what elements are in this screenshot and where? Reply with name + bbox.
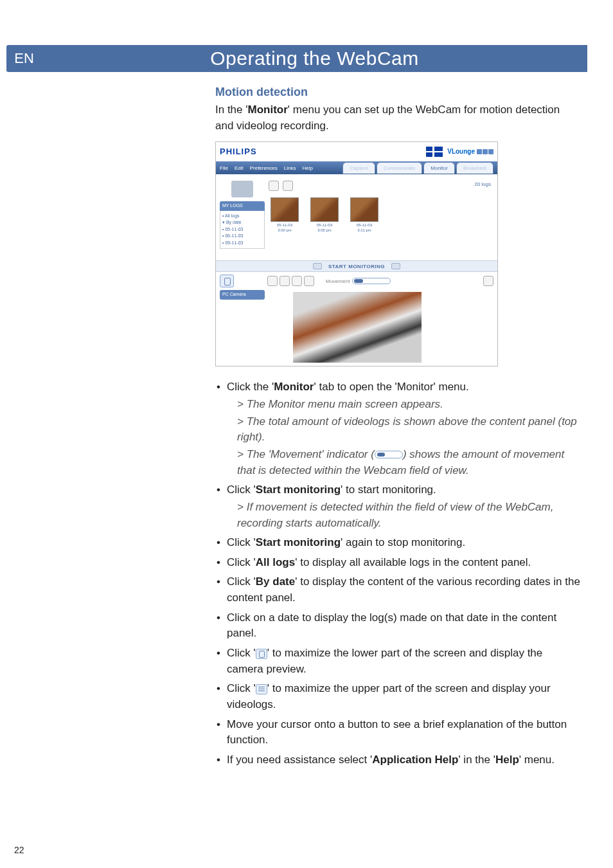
videologs-icon[interactable] (267, 276, 278, 286)
sub-item: > If movement is detected within the fie… (227, 500, 581, 531)
my-logs-header: MY LOGS (220, 201, 265, 210)
sub-item: > The Monitor menu main screen appears. (227, 397, 581, 413)
movement-indicator-icon (375, 451, 403, 458)
page-number: 22 (14, 845, 24, 855)
bold: Application Help (372, 754, 458, 766)
menu-edit[interactable]: Edit (235, 165, 244, 172)
intro-paragraph: In the 'Monitor' menu you can set up the… (215, 102, 581, 134)
thumbnail[interactable]: 05-11-033:00 pm (271, 197, 299, 232)
sub-item: > The 'Movement' indicator () shows the … (227, 447, 581, 478)
brand-logo: PHILIPS (220, 146, 257, 158)
delete-icon[interactable] (283, 181, 293, 191)
thumb-caption: 05-11-033:05 pm (310, 223, 339, 232)
app-name: VLounge (426, 147, 493, 157)
thumb-caption: 05-11-033:11 pm (350, 223, 378, 232)
tree-date-2[interactable]: • 06-11-03 (222, 233, 262, 240)
thumb-image (350, 197, 378, 222)
app-tabs: Capture Communicate Monitor Broadcast (342, 162, 493, 174)
top-toolbar (269, 181, 293, 191)
text: The Monitor menu main screen appears. (247, 398, 443, 410)
text: ' again to stop monitoring. (341, 536, 465, 548)
camera-preview (293, 292, 422, 363)
bold: By date (256, 575, 295, 588)
page-title: Operating the WebCam (42, 45, 587, 72)
lower-toolbar: Movement (220, 275, 493, 287)
bold: Monitor (248, 104, 288, 116)
bold: Monitor (274, 381, 314, 393)
collapse-down-icon[interactable] (391, 263, 400, 269)
text: Click ' (227, 484, 256, 496)
text: Click ' (227, 556, 256, 568)
bold: Start monitoring (256, 536, 341, 548)
tree-all-logs[interactable]: • All logs (222, 213, 262, 220)
menu-links[interactable]: Links (284, 165, 296, 172)
text: Click ' (227, 575, 256, 588)
window-buttons (477, 149, 493, 154)
tab-broadcast[interactable]: Broadcast (456, 162, 493, 174)
tree-date-1[interactable]: • 05-11-03 (222, 226, 262, 233)
text: ' to start monitoring. (341, 484, 436, 496)
settings-icon[interactable] (304, 276, 314, 286)
flag-icon (426, 147, 443, 157)
list-item: Click 'Start monitoring' to start monito… (215, 482, 581, 531)
text: ' menu. (519, 754, 555, 766)
text: If movement is detected within the field… (237, 501, 553, 529)
text: Click ' (227, 682, 256, 694)
list-item: Click '' to maximize the lower part of t… (215, 646, 581, 677)
log-count: 20 logs (474, 181, 491, 188)
eject-icon[interactable] (483, 276, 493, 286)
tab-capture[interactable]: Capture (342, 162, 375, 174)
tree-by-date[interactable]: ▾ By date (222, 219, 262, 226)
menu-file[interactable]: File (220, 165, 228, 172)
tab-communicate[interactable]: Communicate (377, 162, 422, 174)
thumbnail-row: 05-11-033:00 pm 05-11-033:05 pm 05-11-03… (271, 197, 378, 232)
sidebar: MY LOGS • All logs ▾ By date • 05-11-03 … (220, 178, 265, 249)
camera-preview-icon (256, 649, 267, 659)
movement-bar (352, 278, 391, 284)
text: Click the ' (227, 381, 274, 393)
thumbnail[interactable]: 05-11-033:11 pm (350, 197, 378, 232)
list-item: Click 'Start monitoring' again to stop m… (215, 535, 581, 551)
tab-monitor[interactable]: Monitor (423, 162, 455, 174)
list-item: If you need assistance select 'Applicati… (215, 752, 581, 768)
collapse-up-icon[interactable] (313, 263, 322, 269)
bold: Start monitoring (256, 484, 341, 496)
language-badge: EN (6, 45, 42, 72)
movement-indicator: Movement (326, 278, 391, 285)
tree-date-3[interactable]: • 09-11-03 (222, 240, 262, 247)
thumbnail[interactable]: 05-11-033:05 pm (310, 197, 339, 232)
zoom-icon[interactable] (280, 276, 290, 286)
menu-help[interactable]: Help (303, 165, 313, 172)
mid-bar: START MONITORING (216, 260, 497, 272)
text: ' to maximize the lower part of the scre… (227, 647, 542, 675)
text: Click ' (227, 536, 256, 548)
monitor-icon (231, 181, 253, 197)
thumb-image (271, 197, 299, 222)
text: Click ' (227, 647, 256, 659)
list-item: Move your cursor onto a button to see a … (215, 717, 581, 748)
list-item: Click the 'Monitor' tab to open the 'Mon… (215, 379, 581, 478)
rotate-icon[interactable] (269, 181, 279, 191)
menu-preferences[interactable]: Preferences (250, 165, 278, 172)
videologs-icon (256, 684, 267, 694)
bold: All logs (256, 556, 295, 568)
list-item: Click '' to maximize the upper part of t… (215, 681, 581, 712)
camera-preview-icon[interactable] (220, 275, 234, 287)
bold: Help (495, 754, 519, 766)
text: The 'Movement' indicator ( (247, 448, 375, 460)
fullscreen-icon[interactable] (292, 276, 302, 286)
sub-item: > The total amount of videologs is shown… (227, 414, 581, 446)
start-monitoring-button[interactable]: START MONITORING (328, 263, 385, 271)
content-column: Motion detection In the 'Monitor' menu y… (215, 84, 581, 772)
text: If you need assistance select ' (227, 754, 372, 766)
instruction-list: Click the 'Monitor' tab to open the 'Mon… (215, 379, 581, 768)
text: ' tab to open the 'Monitor' menu. (314, 381, 468, 393)
text: ' to maximize the upper part of the scre… (227, 682, 551, 710)
text: ' in the ' (458, 754, 495, 766)
tool-group (267, 276, 314, 286)
list-item: Click 'All logs' to display all availabl… (215, 555, 581, 571)
list-item: Click on a date to display the log(s) ma… (215, 610, 581, 642)
app-screenshot: PHILIPS VLounge Capture Communicate Moni… (215, 141, 498, 366)
pc-camera-label: PC Camera (220, 290, 265, 299)
list-item: Click 'By date' to display the content o… (215, 574, 581, 606)
